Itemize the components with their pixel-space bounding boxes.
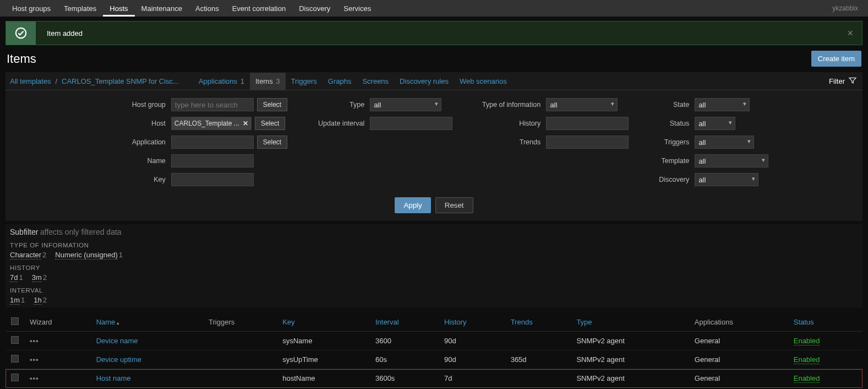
history-input[interactable]	[546, 117, 629, 130]
subfilter-item[interactable]: 3m	[32, 273, 42, 282]
col-interval[interactable]: Interval	[370, 313, 439, 332]
row-checkbox[interactable]	[11, 355, 19, 363]
breadcrumb-template[interactable]: CARLOS_Template SNMP for Cisc...	[57, 77, 183, 85]
triggers-select[interactable]: all	[695, 136, 754, 149]
name-input[interactable]	[171, 154, 254, 168]
wizard-menu-icon[interactable]: •••	[30, 337, 39, 345]
host-select-button[interactable]: Select	[255, 117, 285, 130]
wizard-menu-icon[interactable]: •••	[30, 374, 39, 382]
label-key: Key	[100, 176, 171, 183]
update-interval-input[interactable]	[370, 117, 452, 130]
label-name: Name	[100, 157, 171, 165]
template-select[interactable]: all	[695, 154, 768, 168]
tab-triggers[interactable]: Triggers	[286, 73, 323, 90]
wizard-menu-icon[interactable]: •••	[30, 355, 39, 364]
subfilter-item[interactable]: 7d	[10, 273, 18, 282]
host-group-select-button[interactable]: Select	[257, 98, 287, 111]
subfilter-item[interactable]: 1h	[34, 296, 41, 305]
label-trends: Trends	[469, 138, 546, 146]
application-select-button[interactable]: Select	[257, 136, 287, 149]
filter-toggle[interactable]: Filter	[823, 73, 862, 90]
trends-input[interactable]	[546, 136, 629, 149]
key-input[interactable]	[171, 173, 254, 186]
page-title: Items	[7, 52, 36, 66]
nav-templates[interactable]: Templates	[57, 1, 103, 17]
col-status[interactable]: Status	[788, 313, 862, 332]
remove-tag-icon[interactable]: ✕	[243, 120, 248, 127]
reset-button[interactable]: Reset	[435, 197, 473, 213]
label-state: State	[645, 101, 695, 109]
subfilter-item[interactable]: 1m	[10, 296, 20, 305]
application-input[interactable]	[171, 136, 254, 149]
table-row: •••Host namehostName3600s7dSNMPv2 agentG…	[6, 369, 862, 388]
select-all-checkbox[interactable]	[11, 317, 19, 325]
cell-applications: General	[689, 332, 788, 350]
item-name-link[interactable]: Device name	[96, 337, 138, 345]
nav-hosts[interactable]: Hosts	[103, 1, 134, 17]
breadcrumb-all-templates[interactable]: All templates	[6, 77, 55, 85]
subfilter-item[interactable]: Character	[10, 251, 41, 260]
label-type: Type	[304, 101, 370, 109]
item-name-link[interactable]: Device uptime	[96, 355, 141, 364]
tab-discovery-rules[interactable]: Discovery rules	[394, 73, 454, 90]
nav-services[interactable]: Services	[337, 1, 378, 17]
row-checkbox[interactable]	[11, 336, 19, 344]
cell-interval: 3600	[370, 332, 439, 350]
label-host-group: Host group	[100, 101, 171, 109]
close-icon[interactable]: ×	[838, 28, 862, 39]
label-status: Status	[645, 120, 695, 127]
cell-trends: 365d	[505, 350, 571, 369]
top-nav: Host groups Templates Hosts Maintenance …	[0, 0, 868, 17]
status-toggle[interactable]: Enabled	[794, 374, 820, 383]
cell-interval: 60s	[370, 350, 439, 369]
host-group-input[interactable]	[171, 98, 254, 111]
cell-type: SNMPv2 agent	[571, 369, 689, 388]
subfilter-group-title: TYPE OF INFORMATION	[10, 242, 858, 248]
table-row: •••Device uptimesysUpTime60s90d365dSNMPv…	[6, 350, 862, 369]
discovery-select[interactable]: all	[695, 173, 758, 186]
status-toggle[interactable]: Enabled	[794, 355, 820, 364]
status-toggle[interactable]: Enabled	[794, 337, 820, 345]
type-of-info-select[interactable]: all	[546, 98, 618, 111]
tab-web-scenarios[interactable]: Web scenarios	[454, 73, 512, 90]
nav-event-correlation[interactable]: Event correlation	[226, 1, 293, 17]
col-key[interactable]: Key	[277, 313, 370, 332]
tab-items[interactable]: Items 3	[250, 73, 286, 90]
filter-icon	[848, 76, 857, 87]
item-name-link[interactable]: Host name	[96, 374, 131, 382]
filter-panel: Host group Select Host CARLOS_Template .…	[6, 90, 862, 221]
state-select[interactable]: all	[695, 98, 750, 111]
tab-applications[interactable]: Applications 1	[193, 73, 250, 90]
subfilter-panel: Subfilter affects only filtered data TYP…	[6, 224, 862, 307]
cell-applications: General	[689, 369, 788, 388]
col-history[interactable]: History	[439, 313, 505, 332]
nav-discovery[interactable]: Discovery	[292, 1, 337, 17]
subfilter-item[interactable]: Numeric (unsigned)	[55, 251, 117, 260]
cell-history: 90d	[439, 332, 505, 350]
cell-interval: 3600s	[370, 369, 439, 388]
cell-applications: General	[689, 350, 788, 369]
col-applications: Applications	[689, 313, 788, 332]
col-name[interactable]: Name	[91, 313, 203, 332]
check-circle-icon	[6, 21, 36, 45]
col-wizard: Wizard	[24, 313, 91, 332]
nav-maintenance[interactable]: Maintenance	[135, 1, 189, 17]
apply-button[interactable]: Apply	[395, 197, 430, 213]
col-type[interactable]: Type	[571, 313, 689, 332]
subfilter-group-title: HISTORY	[10, 264, 858, 271]
tab-screens[interactable]: Screens	[357, 73, 394, 90]
current-user: ykzabbix	[832, 4, 862, 12]
host-tag[interactable]: CARLOS_Template ...✕	[171, 117, 252, 130]
type-select[interactable]: all	[370, 98, 441, 111]
status-select[interactable]: all	[695, 117, 735, 130]
col-trends[interactable]: Trends	[505, 313, 571, 332]
row-checkbox[interactable]	[11, 374, 19, 381]
create-item-button[interactable]: Create item	[811, 51, 861, 67]
label-discovery: Discovery	[645, 176, 695, 183]
cell-type: SNMPv2 agent	[571, 332, 689, 350]
cell-history: 7d	[439, 369, 505, 388]
tab-graphs[interactable]: Graphs	[323, 73, 357, 90]
nav-actions[interactable]: Actions	[189, 1, 226, 17]
nav-host-groups[interactable]: Host groups	[6, 1, 57, 17]
label-triggers: Triggers	[645, 138, 695, 146]
